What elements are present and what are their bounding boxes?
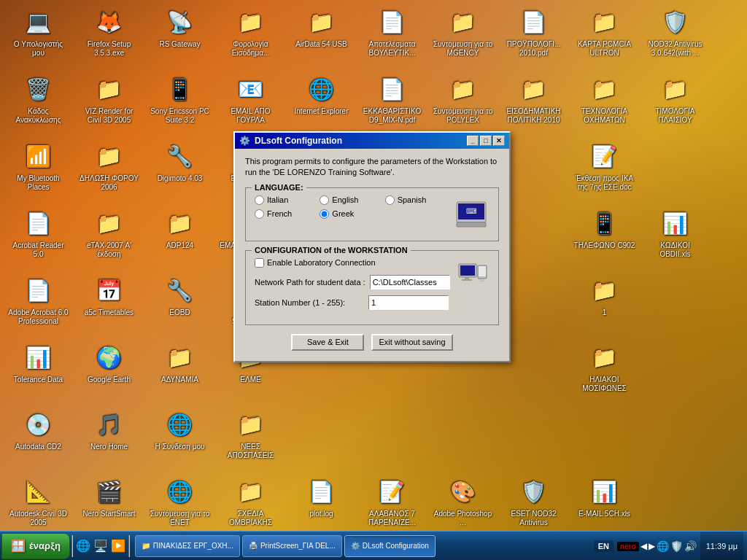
icon-forologiki[interactable]: 📁 Φορολογία Εισόδημα... (216, 4, 285, 69)
icon-nees-apospaseis[interactable]: 📁 ΝΕΕΣ ΑΠΟΣΠΑΣΕΙΣ (216, 406, 285, 472)
enable-lab-option[interactable]: Enable Laboratory Connection (255, 258, 449, 268)
icon-nero-home[interactable]: 🎵 Nero Home (74, 406, 144, 472)
dialog-minimize-button[interactable]: _ (467, 136, 479, 146)
dialog-maximize-button[interactable]: □ (480, 136, 492, 146)
icon-tilefono[interactable]: 📱 ΤΗΛΕΦΩΝΟ C902 (570, 205, 639, 271)
icon-kwdikoi[interactable]: 📊 ΚΩΔΙΚΟΙ OBDII.xls (640, 205, 710, 271)
taskbar-back-icon[interactable]: ◀ (640, 541, 647, 551)
svg-rect-5 (460, 265, 475, 276)
lang-spanish-radio[interactable] (385, 195, 395, 205)
icon-adobe-acrobat[interactable]: 📄 Adobe Acrobat 6.0 Professional (4, 272, 73, 338)
taskbar-clock: 11:39 μμ (700, 532, 743, 560)
dialog-title: DLsoft Configuration (255, 136, 342, 146)
icon-autodesk-civil[interactable]: 📐 Autodesk Civil 3D 2005 (4, 473, 73, 539)
icon-firefox-setup[interactable]: 🦊 Firefox Setup 3.5.3.exe (74, 4, 144, 69)
language-icon: ⌨ (453, 195, 489, 232)
quicklaunch-show-desktop[interactable]: 🖥️ (92, 537, 109, 555)
icon-empty-7-10 (640, 406, 710, 472)
quicklaunch-separator-2 (128, 535, 130, 557)
icon-airdata[interactable]: 📁 AirData 54 USB (287, 4, 356, 69)
icon-pc-magazine[interactable]: 📁 ΔΗΛΩΣΗ ΦΟΡΟΥ 2006 (74, 138, 144, 203)
icon-nod32[interactable]: 🛡️ NOD32 Antivirus 3.0.642(with ... (640, 4, 710, 69)
icon-karta-pcmcia[interactable]: 📁 ΚΑΡΤΑ PCMCIA ULTRON (570, 4, 639, 69)
icon-nero-startsmart[interactable]: 🎬 Nero StartSmart (74, 473, 144, 539)
icon-adobe-photoshop[interactable]: 🎨 Adobe Photoshop ... (428, 473, 498, 539)
save-exit-button[interactable]: Save & Exit (291, 334, 364, 351)
icon-google-earth[interactable]: 🌍 Google Earth (74, 339, 144, 405)
icon-apotelesma[interactable]: 📄 Αποτελέσματα ΒΟΥΛΕΥΤΙΚ... (357, 4, 427, 69)
quicklaunch-ie[interactable]: 🌐 (74, 537, 92, 555)
icon-internet-explorer[interactable]: 🌐 Internet Explorer (287, 71, 356, 136)
taskbar-item-pinakides-label: ΠΙΝΑΚΙΔΕΣ ΕΡΓ_ΟΧΗ... (153, 542, 233, 550)
dialog-close-button[interactable]: ✕ (493, 136, 505, 146)
taskbar-item-printscreen[interactable]: 🖨️ PrintScreen_ΓΙΑ DEL... (242, 535, 342, 557)
icon-alavainos[interactable]: 📝 ΑΛΑΒΑΝΟΣ 7 ΠΑΡΕΝΑΙΖΕ... (357, 473, 427, 539)
icon-plot-log[interactable]: 📄 plot.log (287, 473, 356, 539)
icon-ekkatharistiko[interactable]: 📄 ΕΚΚΑΘΑΡΙΣΤΙΚΟ D9_MIX-N.pdf (357, 71, 427, 136)
icon-adinamia[interactable]: 📁 ΑΔΥΝΑΜΙΑ (145, 339, 214, 405)
icon-digimoto[interactable]: 🔧 Digimoto 4.03 (145, 138, 214, 203)
icon-rs-gateway[interactable]: 📡 RS Gateway (145, 4, 214, 69)
icon-email-5ch-xls[interactable]: 📊 E-MAIL 5CH.xls (570, 473, 639, 539)
lang-french-radio[interactable] (255, 209, 264, 219)
network-path-row: Network Path for student data : (255, 275, 449, 289)
exit-no-save-button[interactable]: Exit without saving (371, 334, 452, 351)
taskbar-security-icon: 🛡️ (670, 540, 683, 552)
start-label: έναρξη (29, 540, 61, 551)
icon-email-gourla[interactable]: 📧 EMAIL ΑΠΟ ΓΟΥΡΛΑ (216, 71, 285, 136)
icon-sintomefsi-enet[interactable]: 🌐 Συντόμευση για το ENET (145, 473, 214, 539)
icon-my-computer[interactable]: 💻 Ο Υπολογιστής μου (4, 4, 73, 69)
icon-acrobat-reader[interactable]: 📄 Acrobat Reader 5.0 (4, 205, 73, 271)
icon-empty-7-8 (499, 406, 568, 472)
taskbar-item-pinakides[interactable]: 📁 ΠΙΝΑΚΙΔΕΣ ΕΡΓ_ΟΧΗ... (135, 535, 240, 557)
icon-sintomefsi-polylex[interactable]: 📁 Συντόμευση για το POLYLEX (428, 71, 498, 136)
icon-1[interactable]: 📁 1 (570, 272, 639, 338)
icon-sindesi-mou[interactable]: 🌐 Η Σύνδεση μου (145, 406, 214, 472)
icon-viz-render[interactable]: 📁 VIZ Render for Civil 3D 2005 (74, 71, 144, 136)
lang-french-option[interactable]: French (255, 209, 315, 219)
icon-texnologia[interactable]: 📁 ΤΕΧΝΟΛΟΓΙΑ ΟΧΗΜΑΤΩΝ (570, 71, 639, 136)
network-path-input[interactable] (370, 275, 450, 289)
icon-protypologi[interactable]: 📄 ΠΡΟΫΠΟΛΟΓΙ... 2010.pdf (499, 4, 568, 69)
icon-sony-ericsson[interactable]: 📱 Sony Ericsson PC Suite 3.2 (145, 71, 214, 136)
taskbar-item-dlsoft[interactable]: ⚙️ DLsoft Configuration (344, 535, 436, 557)
language-options-row1: Italian English Spanish (255, 195, 446, 205)
enable-lab-checkbox[interactable] (255, 258, 264, 268)
station-number-row: Station Number (1 - 255): (255, 295, 449, 310)
icon-ekthesi-ika[interactable]: 📝 Έκθεση προς ΙΚΑ της 7ης ΕΣΕ.doc (570, 138, 639, 203)
icon-recycle-bin[interactable]: 🗑️ Κάδος Ανακύκλωσης (4, 71, 73, 136)
icon-timologia[interactable]: 📁 ΤΙΜΟΛΟΓΙΑ ΠΛΑΙΣΙΟΥ (640, 71, 710, 136)
lang-greek-radio[interactable] (320, 209, 329, 219)
icon-iliakoi[interactable]: 📁 ΗΛΙΑΚΟΙ ΜΟΣΙΦΩΝΕΣ (570, 339, 639, 405)
icon-sintomefsi-mgency[interactable]: 📁 Συντόμευση για το MGENCY (428, 4, 498, 69)
icon-etax[interactable]: 📁 eTAX-2007 Α' έκδοση (74, 205, 144, 271)
nero-search-icon: nero (617, 542, 639, 551)
icon-empty-7-9 (570, 406, 639, 472)
station-number-input[interactable] (368, 295, 449, 310)
lang-italian-option[interactable]: Italian (255, 195, 315, 205)
icon-eisodimati[interactable]: 📁 ΕΙΣΟΔΗΜΑΤΙΚΗ ΠΟΛΙΤΙΚΗ 2010 (499, 71, 568, 136)
icon-eset-nod32[interactable]: 🛡️ ESET NOD32 Antivirus (499, 473, 568, 539)
lang-greek-option[interactable]: Greek (320, 209, 380, 219)
lang-spanish-option[interactable]: Spanish (385, 195, 446, 205)
lang-english-option[interactable]: English (320, 195, 380, 205)
icon-empty-6-10 (640, 339, 710, 405)
taskbar-language-indicator[interactable]: EN (594, 540, 614, 552)
icon-adp124[interactable]: 📁 ADP124 (145, 205, 214, 271)
lang-greek-label: Greek (332, 209, 354, 218)
taskbar-item-printscreen-icon: 🖨️ (249, 542, 258, 550)
icon-sxedia-omvriakis[interactable]: 📁 ΣΧΕΔΙΑ ΟΜΒΡΙΑΚΗΣ (216, 473, 285, 539)
icon-autodata-cd2[interactable]: 💿 Autodata CD2 (4, 406, 73, 472)
icon-eobd[interactable]: 🔧 EOBD (145, 272, 214, 338)
lang-italian-radio[interactable] (255, 195, 264, 205)
lang-english-radio[interactable] (320, 195, 329, 205)
taskbar-forward-icon[interactable]: ▶ (649, 541, 655, 551)
quicklaunch-separator (71, 535, 73, 557)
icon-tolerance-data[interactable]: 📊 Tolerance Data (4, 339, 73, 405)
icon-bluetooth[interactable]: 📶 My Bluetooth Places (4, 138, 73, 203)
taskbar-system-icons: nero ◀ ▶ 🌐 🛡️ 🔊 (617, 540, 697, 552)
icon-a5c[interactable]: 📅 a5c Timetables (74, 272, 144, 338)
taskbar-volume-icon[interactable]: 🔊 (684, 540, 697, 552)
start-button[interactable]: 🪟 έναρξη (1, 533, 70, 559)
quicklaunch-media[interactable]: ▶️ (109, 537, 127, 555)
